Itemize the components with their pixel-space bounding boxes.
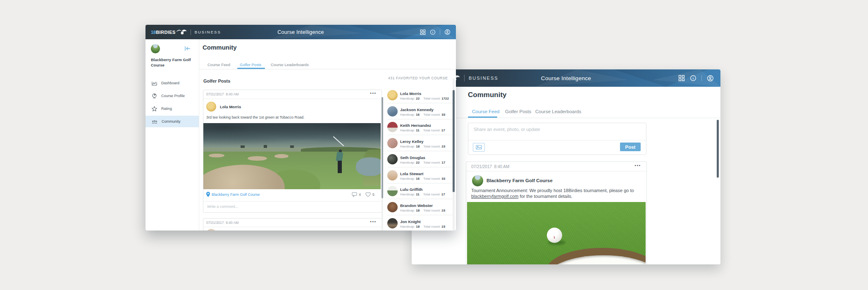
sidebar-item-label: Rating <box>161 107 172 111</box>
handicap-value: 18 <box>416 209 420 212</box>
favorited-golfer-row[interactable]: Jon Knight Handicap: 18Total round: 23 <box>387 218 453 231</box>
tab-course-leaderboards[interactable]: Course Leaderboards <box>271 62 309 67</box>
handicap-value: 11 <box>416 128 419 132</box>
sidebar-item-label: Course Profile <box>161 94 185 98</box>
course-avatar <box>472 175 483 186</box>
post-text-before: Tournament Announcement: We proudly host… <box>471 188 634 193</box>
tab-golfer-posts[interactable]: Golfer Posts <box>505 109 531 114</box>
header-actions <box>678 69 714 87</box>
golfer-avatar <box>387 122 398 132</box>
post-button[interactable]: Post <box>620 143 641 151</box>
rounds-value: 17 <box>441 193 445 196</box>
scrollbar-thumb[interactable] <box>453 90 455 192</box>
favorited-golfer-row[interactable]: Lulu Griffith Handicap: 11Total round: 1… <box>387 186 453 199</box>
golfer-stats: Handicap: 22Total round: 1722 <box>400 97 451 100</box>
page-title: Community <box>468 91 507 99</box>
tab-golfer-posts[interactable]: Golfer Posts <box>240 62 261 67</box>
photo-golfer-torso <box>336 152 343 162</box>
post-divider <box>466 171 646 171</box>
section-title: Golfer Posts <box>203 78 230 83</box>
post-date: 07/21/2017 8:40 AM <box>471 164 509 169</box>
image-icon <box>476 145 482 150</box>
golfer-name: Keith Hernandez <box>400 123 431 128</box>
tab-course-feed[interactable]: Course Feed <box>472 109 499 114</box>
favorited-golfer-row[interactable]: Jackson Kennedy Handicap: 16Total round:… <box>387 106 453 119</box>
handicap-value: 22 <box>416 97 420 100</box>
post-location-link[interactable]: Blackberry Farm Golf Course <box>212 193 260 197</box>
comment-input[interactable] <box>206 204 373 209</box>
sidebar-item-community[interactable]: Community <box>145 116 199 127</box>
rounds-value: 23 <box>441 209 445 212</box>
post-photo-golf-course <box>203 123 381 189</box>
comment-divider <box>203 201 382 202</box>
composer-input[interactable] <box>473 126 636 132</box>
rounds-value: 17 <box>441 128 445 132</box>
tournament-link[interactable]: blackberryfarmgolf.com <box>471 194 518 199</box>
rounds-label: Total round: <box>423 225 441 228</box>
sidebar-item-course-profile[interactable]: Course Profile <box>145 90 199 102</box>
tab-course-feed[interactable]: Course Feed <box>207 62 230 67</box>
scrollbar-thumb[interactable] <box>717 120 719 178</box>
golfer-name: Lulu Griffith <box>400 187 422 192</box>
favorited-golfer-row[interactable]: Keith Hernandez Handicap: 11Total round:… <box>387 122 453 135</box>
info-icon[interactable] <box>690 75 696 81</box>
golfer-name: Jon Knight <box>400 219 421 224</box>
account-icon[interactable] <box>707 75 714 82</box>
sidebar-item-dashboard[interactable]: Dashboard <box>145 77 199 89</box>
handicap-value: 18 <box>416 225 420 228</box>
golfer-name: Jackson Kennedy <box>400 107 434 112</box>
handicap-label: Handicap: <box>400 209 415 212</box>
photo-house <box>264 145 267 148</box>
golfer-stats: Handicap: 11Total round: 17 <box>400 193 447 196</box>
favorited-golfer-row[interactable]: Lola Morris Handicap: 22Total round: 172… <box>387 90 453 103</box>
post-text-after: for the tournament details. <box>518 194 572 199</box>
post-composer: Post <box>468 123 646 155</box>
comments-icon[interactable] <box>352 192 357 197</box>
golfer-avatar <box>387 218 398 228</box>
sidebar-item-rating[interactable]: Rating <box>145 103 199 114</box>
page-title: Community <box>203 44 237 51</box>
handicap-label: Handicap: <box>400 128 415 132</box>
golfer-stats: Handicap: 22Total round: 17 <box>400 161 447 164</box>
post-date: 07/21/2017 8:40 AM <box>206 92 238 96</box>
golfer-stats: Handicap: 18Total round: 23 <box>400 209 447 212</box>
post-text: 3rd tee looking back toward the 1st gree… <box>206 115 376 119</box>
golf-ball: 1 <box>547 228 562 243</box>
handicap-label: Handicap: <box>400 225 415 228</box>
golfer-avatar <box>206 102 216 112</box>
rounds-label: Total round: <box>423 97 441 100</box>
more-options-icon[interactable]: ••• <box>370 220 377 224</box>
photo-water <box>356 157 381 176</box>
handicap-value: 16 <box>416 177 420 181</box>
post-divider <box>203 227 382 227</box>
favorited-golfer-row[interactable]: Lola Stewart Handicap: 16Total round: 33 <box>387 170 453 183</box>
rounds-label: Total round: <box>423 209 441 212</box>
more-options-icon[interactable]: ••• <box>370 91 377 95</box>
handicap-label: Handicap: <box>400 161 415 164</box>
post-date: 07/21/2017 8:40 AM <box>206 221 238 225</box>
favorited-golfer-row[interactable]: Seth Douglas Handicap: 22Total round: 17 <box>387 154 453 167</box>
favorited-golfer-row[interactable]: Brandon Webster Handicap: 18Total round:… <box>387 202 453 215</box>
scrollbar-thumb[interactable] <box>382 97 383 198</box>
apps-grid-icon[interactable] <box>678 75 685 81</box>
post-text: Tournament Announcement: We proudly host… <box>471 188 641 199</box>
golfer-stats: Handicap: 11Total round: 17 <box>400 128 447 132</box>
photo-bunker <box>274 154 289 158</box>
desktop-background: 18BIRDIES BUSINESS Course Intelligence C… <box>0 0 868 290</box>
likes-icon[interactable] <box>365 192 371 197</box>
golfer-avatar <box>387 106 398 116</box>
collapse-sidebar-icon[interactable] <box>184 46 191 51</box>
handicap-label: Handicap: <box>400 177 415 181</box>
rounds-value: 23 <box>441 145 445 148</box>
golfer-name: Lola Stewart <box>400 171 424 176</box>
rounds-label: Total round: <box>423 193 441 196</box>
attach-image-button[interactable] <box>473 143 485 152</box>
more-options-icon[interactable]: ••• <box>635 164 641 168</box>
like-count: 5 <box>372 193 374 197</box>
dashboard-icon <box>152 81 157 86</box>
favorited-golfer-row[interactable]: Leroy Kelley Handicap: 18Total round: 23 <box>387 138 453 151</box>
post-author: Blackberry Farm Golf Course <box>486 178 553 183</box>
composer-divider <box>468 140 646 140</box>
course-profile-icon <box>152 93 157 99</box>
tab-course-leaderboards[interactable]: Course Leaderboards <box>535 109 581 114</box>
